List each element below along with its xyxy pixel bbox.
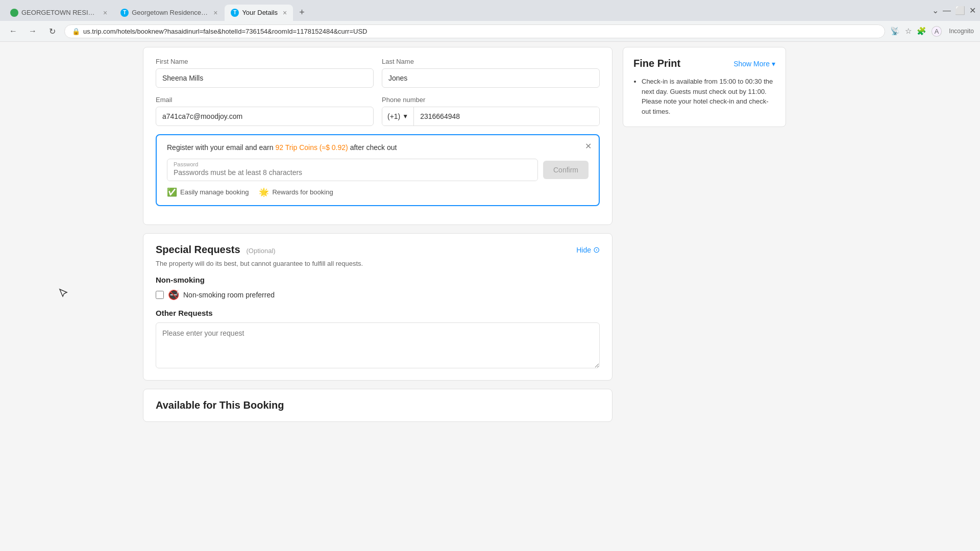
first-name-field: First Name bbox=[156, 58, 374, 88]
fine-print-header: Fine Print Show More ▾ bbox=[633, 58, 775, 69]
banner-text-before: Register with your email and earn bbox=[167, 143, 275, 152]
tab-georgetown-residences[interactable]: GEORGETOWN RESIDENCES BY × bbox=[4, 5, 113, 21]
tab-label-3: Your Details bbox=[242, 9, 278, 16]
tab-close-2[interactable]: × bbox=[213, 9, 217, 17]
available-booking-section: Available for This Booking bbox=[143, 389, 612, 422]
special-requests-title-group: Special Requests (Optional) bbox=[156, 244, 276, 256]
first-name-input[interactable] bbox=[156, 68, 374, 88]
non-smoking-icon: 🚭 bbox=[168, 289, 179, 300]
password-input[interactable] bbox=[167, 167, 537, 181]
banner-benefits: ✅ Easily manage booking 🌟 Rewards for bo… bbox=[167, 187, 589, 197]
hide-button[interactable]: Hide ⊙ bbox=[576, 245, 600, 255]
page-layout: First Name Last Name Email Phone number bbox=[133, 47, 847, 422]
tab-list-icon[interactable]: ⌄ bbox=[932, 6, 939, 15]
tab-bar: GEORGETOWN RESIDENCES BY × T Georgetown … bbox=[0, 0, 980, 21]
manage-booking-icon: ✅ bbox=[167, 187, 177, 197]
fine-print-card: Fine Print Show More ▾ Check-in is avail… bbox=[623, 47, 786, 127]
tab-favicon-1 bbox=[10, 9, 18, 17]
other-requests-title: Other Requests bbox=[156, 309, 600, 317]
contact-row: Email Phone number (+1) ▼ bbox=[156, 96, 600, 126]
chevron-down-icon: ▾ bbox=[772, 60, 775, 68]
property-note: The property will do its best, but canno… bbox=[156, 260, 600, 267]
sidebar: Fine Print Show More ▾ Check-in is avail… bbox=[612, 47, 796, 422]
url-text[interactable]: us.trip.com/hotels/booknew?hasaidinurl=f… bbox=[83, 28, 367, 35]
dropdown-chevron-icon: ▼ bbox=[402, 113, 408, 120]
tab-close-1[interactable]: × bbox=[103, 9, 107, 17]
phone-input-group: (+1) ▼ bbox=[382, 107, 600, 126]
lock-icon: 🔒 bbox=[72, 28, 80, 35]
benefit-manage-booking: ✅ Easily manage booking bbox=[167, 187, 249, 197]
last-name-input[interactable] bbox=[382, 68, 600, 88]
manage-booking-text: Easily manage booking bbox=[180, 188, 249, 196]
maximize-icon[interactable]: ⬜ bbox=[955, 6, 965, 15]
address-bar[interactable]: 🔒 us.trip.com/hotels/booknew?hasaidinurl… bbox=[64, 24, 885, 38]
tab-georgetown-lux[interactable]: T Georgetown Residences by Lux... × bbox=[114, 5, 224, 21]
non-smoking-title: Non-smoking bbox=[156, 276, 600, 284]
phone-label: Phone number bbox=[382, 96, 600, 104]
special-requests-section: Special Requests (Optional) Hide ⊙ The p… bbox=[143, 233, 612, 381]
reload-button[interactable]: ↻ bbox=[45, 24, 59, 38]
registration-banner: ✕ Register with your email and earn 92 T… bbox=[156, 134, 600, 206]
non-smoking-checkbox[interactable] bbox=[156, 291, 164, 299]
optional-badge: (Optional) bbox=[247, 247, 276, 255]
minimize-icon[interactable]: — bbox=[943, 6, 951, 15]
other-requests-textarea[interactable] bbox=[156, 322, 600, 368]
rewards-icon: 🌟 bbox=[259, 187, 269, 197]
hide-label: Hide bbox=[576, 246, 591, 254]
tab-label-1: GEORGETOWN RESIDENCES BY bbox=[21, 9, 98, 16]
chevron-up-icon: ⊙ bbox=[593, 245, 600, 255]
tab-your-details[interactable]: T Your Details × bbox=[225, 5, 293, 21]
password-row: Password Confirm bbox=[167, 159, 589, 181]
last-name-field: Last Name bbox=[382, 58, 600, 88]
benefit-rewards: 🌟 Rewards for booking bbox=[259, 187, 333, 197]
bookmark-icon[interactable]: ☆ bbox=[905, 27, 912, 36]
special-requests-header: Special Requests (Optional) Hide ⊙ bbox=[156, 244, 600, 256]
extensions-icon[interactable]: 🧩 bbox=[917, 27, 926, 36]
contact-info-form: First Name Last Name Email Phone number bbox=[143, 47, 612, 225]
tab-favicon-3: T bbox=[231, 9, 239, 17]
tab-favicon-2: T bbox=[120, 9, 129, 17]
tab-extra-controls: ⌄ — ⬜ ✕ bbox=[932, 6, 976, 19]
phone-field: Phone number (+1) ▼ bbox=[382, 96, 600, 126]
non-smoking-checkbox-row: 🚭 Non-smoking room preferred bbox=[156, 289, 600, 300]
profile-icon[interactable]: A bbox=[932, 26, 942, 37]
password-label: Password bbox=[167, 159, 537, 167]
email-field: Email bbox=[156, 96, 374, 126]
fine-print-text-1: Check-in is available from 15:00 to 00:3… bbox=[642, 78, 773, 115]
address-bar-row: ← → ↻ 🔒 us.trip.com/hotels/booknew?hasai… bbox=[0, 21, 980, 41]
cast-icon[interactable]: 📡 bbox=[890, 27, 900, 36]
banner-text: Register with your email and earn 92 Tri… bbox=[167, 143, 589, 152]
main-content: First Name Last Name Email Phone number bbox=[133, 47, 612, 422]
country-code-text: (+1) bbox=[387, 112, 400, 120]
phone-number-input[interactable] bbox=[414, 107, 599, 126]
non-smoking-label: Non-smoking room preferred bbox=[183, 291, 275, 299]
phone-country-code-selector[interactable]: (+1) ▼ bbox=[382, 107, 414, 126]
available-booking-title: Available for This Booking bbox=[156, 399, 600, 411]
last-name-label: Last Name bbox=[382, 58, 600, 65]
email-label: Email bbox=[156, 96, 374, 104]
show-more-button[interactable]: Show More ▾ bbox=[733, 60, 775, 68]
tab-close-3[interactable]: × bbox=[283, 9, 287, 17]
special-requests-title: Special Requests bbox=[156, 244, 240, 255]
fine-print-list: Check-in is available from 15:00 to 00:3… bbox=[633, 77, 775, 116]
back-button[interactable]: ← bbox=[6, 24, 20, 38]
fine-print-title: Fine Print bbox=[633, 58, 680, 69]
password-field-wrapper: Password bbox=[167, 159, 538, 181]
trip-coins-amount: 92 Trip Coins (≈$ 0.92) bbox=[275, 143, 348, 152]
incognito-label: Incognito bbox=[949, 28, 974, 35]
browser-action-icons: 📡 ☆ 🧩 A Incognito bbox=[890, 26, 974, 37]
first-name-label: First Name bbox=[156, 58, 374, 65]
banner-text-after: after check out bbox=[348, 143, 397, 152]
banner-close-button[interactable]: ✕ bbox=[585, 141, 592, 151]
fine-print-item-1: Check-in is available from 15:00 to 00:3… bbox=[642, 77, 775, 116]
forward-button[interactable]: → bbox=[26, 24, 40, 38]
name-row: First Name Last Name bbox=[156, 58, 600, 88]
rewards-text: Rewards for booking bbox=[272, 188, 333, 196]
email-input[interactable] bbox=[156, 107, 374, 126]
show-more-label: Show More bbox=[733, 60, 770, 68]
tab-label-2: Georgetown Residences by Lux... bbox=[132, 9, 208, 16]
confirm-button[interactable]: Confirm bbox=[543, 161, 589, 179]
browser-chrome: GEORGETOWN RESIDENCES BY × T Georgetown … bbox=[0, 0, 980, 42]
new-tab-button[interactable]: + bbox=[294, 4, 310, 21]
close-window-icon[interactable]: ✕ bbox=[969, 6, 976, 15]
